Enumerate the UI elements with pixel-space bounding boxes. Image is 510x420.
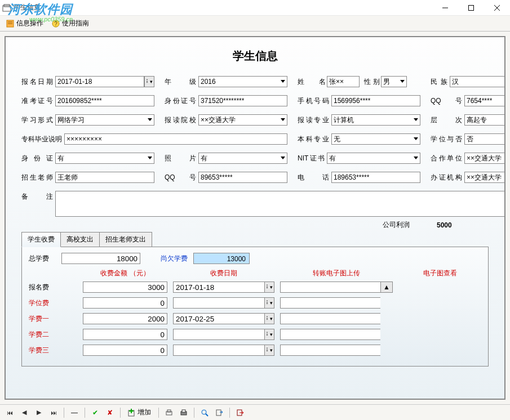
junior-desc-input[interactable] (64, 133, 287, 145)
field-recruiter-qq: QQ 号 (165, 172, 287, 183)
close-button[interactable] (484, 0, 510, 16)
maximize-button[interactable] (458, 0, 484, 16)
bachelor-major-select[interactable]: 无 (331, 133, 420, 145)
nav-prev-button[interactable]: ◀ (18, 407, 30, 418)
fee-upload-input[interactable] (280, 329, 380, 340)
study-form-select[interactable]: 网络学习 (55, 114, 154, 126)
bottom-toolbar: ⏮ ◀ ▶ ⏭ — ✔ ✘ 增加 (0, 404, 510, 420)
fee-date-input[interactable] (173, 345, 264, 356)
fee-date-dropdown[interactable]: ⠇▾ (264, 329, 274, 340)
gender-select[interactable]: 男 (381, 76, 407, 87)
delete-button[interactable]: — (68, 407, 81, 418)
fee-date-input[interactable] (173, 282, 264, 293)
school-select[interactable]: ××交通大学 (198, 114, 287, 126)
confirm-button[interactable]: ✔ (89, 407, 101, 418)
reg-date-dropdown[interactable]: ⠇▾ (144, 76, 154, 87)
fee-upload-input[interactable] (280, 345, 380, 356)
fee-row-label: 学费一 (29, 314, 77, 324)
preview-button[interactable] (198, 407, 211, 418)
cancel-button[interactable]: ✘ (104, 407, 116, 418)
export-button[interactable] (213, 407, 225, 418)
fee-top-row: 总学费 尚欠学费 13000 (29, 253, 481, 264)
recruiter-input[interactable] (55, 172, 154, 183)
major-select[interactable]: 计算机 (331, 114, 420, 126)
name-input[interactable] (327, 76, 360, 87)
field-degree: 学位与否 否 (431, 133, 505, 145)
fee-row: 学费三⠇▾ (29, 345, 481, 356)
field-photo: 照 片 有 (165, 153, 287, 164)
cert-org-select[interactable]: ××交通大学 (464, 172, 505, 183)
nav-last-button[interactable]: ⏭ (47, 407, 60, 418)
fee-tab-panel: 总学费 尚欠学费 13000 . 收费金额 （元） 收费日期 转账电子图上传 电… (21, 247, 489, 367)
field-junior-desc: 专科毕业说明 (21, 133, 287, 145)
qq-input[interactable] (464, 95, 505, 106)
exit-button[interactable] (234, 407, 246, 418)
add-button[interactable]: 增加 (125, 406, 154, 418)
ethnic-select[interactable]: 汉 (450, 76, 505, 87)
menu-guide[interactable]: ? 使用指南 (48, 17, 92, 29)
print-setup-button[interactable] (163, 407, 175, 418)
fee-upload-input[interactable] (280, 282, 380, 293)
recruiter-qq-input[interactable] (198, 172, 287, 183)
fee-date-dropdown[interactable]: ⠇▾ (264, 297, 274, 309)
fee-date-dropdown[interactable]: ⠇▾ (264, 282, 274, 293)
fee-upload-input[interactable] (280, 297, 380, 309)
nav-next-button[interactable]: ▶ (33, 407, 45, 418)
profit-label: 公司利润 (383, 220, 410, 230)
nav-first-button[interactable]: ⏮ (3, 407, 16, 418)
id-card-select[interactable]: 有 (55, 153, 154, 164)
fee-amount-input[interactable] (83, 345, 167, 356)
fee-upload-button[interactable]: ▲ (380, 282, 393, 293)
exam-no-input[interactable] (55, 95, 154, 106)
print-button[interactable] (178, 407, 190, 418)
photo-select[interactable]: 有 (198, 153, 287, 164)
tab-teacher-pay[interactable]: 招生老师支出 (99, 232, 152, 247)
fee-date-input[interactable] (173, 329, 264, 340)
grade-select[interactable]: 2016 (198, 76, 287, 87)
svg-rect-3 (469, 6, 474, 11)
partner-select[interactable]: ××交通大学 (464, 153, 505, 164)
remark-textarea[interactable] (55, 191, 505, 217)
reg-date-input[interactable] (55, 76, 144, 87)
tab-school-pay[interactable]: 高校支出 (60, 232, 100, 247)
field-partner: 合作单位 ××交通大学 (431, 153, 505, 164)
field-remark: 备 注 (21, 191, 505, 217)
svg-rect-20 (216, 410, 221, 415)
field-cert-org: 办证机构 ××交通大学 (431, 172, 505, 183)
fee-amount-input[interactable] (83, 329, 167, 340)
fee-date-dropdown[interactable]: ⠇▾ (264, 345, 274, 356)
profit-row: 公司利润 5000 (21, 220, 486, 230)
fee-date-input[interactable] (173, 297, 264, 309)
nit-select[interactable]: 有 (327, 153, 420, 164)
fee-amount-input[interactable] (83, 282, 167, 293)
field-grade: 年 级 2016 (165, 76, 287, 87)
fee-row: 学费一⠇▾ (29, 313, 481, 324)
fee-amount-input[interactable] (83, 297, 167, 309)
fee-row: 报名费⠇▾▲ (29, 282, 481, 293)
app-icon (2, 3, 11, 12)
id-no-input[interactable] (198, 95, 287, 106)
fee-date-input[interactable] (173, 313, 264, 324)
mobile-input[interactable] (331, 95, 420, 106)
field-major: 报读专业 计算机 (298, 114, 420, 126)
fee-amount-input[interactable] (83, 313, 167, 324)
field-recruiter: 招生老师 (21, 172, 154, 183)
tab-student-fee[interactable]: 学生收费 (21, 232, 61, 247)
field-id-no: 身份证号 (165, 95, 287, 106)
total-fee-input[interactable] (61, 253, 140, 264)
fee-row-label: 报名费 (29, 283, 77, 292)
minimize-button[interactable] (432, 0, 458, 16)
svg-point-18 (202, 410, 206, 414)
form-panel: 学生信息 报名日期 ⠇▾ 年 级 2016 姓 名 性别 男 (5, 36, 505, 400)
fee-date-dropdown[interactable]: ⠇▾ (264, 313, 274, 324)
titlebar: 学生信息 (0, 0, 510, 16)
menu-info-operation[interactable]: 信息操作 (2, 17, 47, 29)
field-qq: QQ 号 (431, 95, 505, 106)
fee-row-label: 学费三 (29, 346, 77, 355)
recruiter-phone-input[interactable] (331, 172, 420, 183)
degree-select[interactable]: 否 (464, 133, 505, 145)
fee-view-cell (398, 313, 481, 324)
fee-upload-input[interactable] (280, 313, 380, 324)
level-select[interactable]: 高起专 (464, 114, 505, 126)
owing-label: 尚欠学费 (161, 254, 188, 263)
